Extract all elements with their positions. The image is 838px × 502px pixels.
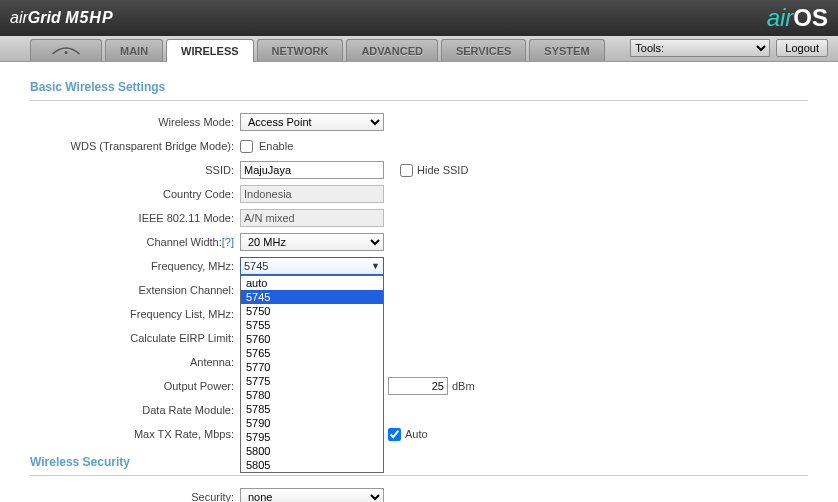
content-area: Basic Wireless Settings Wireless Mode: A… (0, 62, 838, 502)
max-tx-auto-checkbox[interactable] (388, 428, 401, 441)
label-security: Security: (30, 491, 240, 502)
label-wds: WDS (Transparent Bridge Mode): (30, 140, 240, 152)
tab-home-icon[interactable] (30, 39, 102, 61)
hide-ssid-label: Hide SSID (417, 164, 468, 176)
label-data-rate: Data Rate Module: (30, 404, 240, 416)
airos-logo: airOS (767, 4, 828, 32)
ssid-input[interactable] (240, 161, 384, 179)
logo-right-os: OS (793, 4, 828, 31)
tab-network[interactable]: NETWORK (257, 39, 344, 61)
security-select[interactable]: none (240, 488, 384, 502)
country-value: Indonesia (240, 185, 384, 203)
label-ieee: IEEE 802.11 Mode: (30, 212, 240, 224)
frequency-option[interactable]: 5795 (241, 430, 383, 444)
wds-enable-checkbox[interactable] (240, 140, 253, 153)
ieee-value: A/N mixed (240, 209, 384, 227)
frequency-option[interactable]: 5800 (241, 444, 383, 458)
chevron-down-icon: ▼ (371, 261, 380, 271)
tab-main[interactable]: MAIN (105, 39, 163, 61)
logo-right-air: air (767, 4, 794, 31)
label-channel-width: Channel Width:[?] (30, 236, 240, 248)
svg-point-0 (65, 51, 68, 54)
max-tx-auto-label: Auto (405, 428, 428, 440)
label-wireless-mode: Wireless Mode: (30, 116, 240, 128)
frequency-option[interactable]: 5780 (241, 388, 383, 402)
logout-button[interactable]: Logout (776, 39, 828, 57)
label-ext-channel: Extension Channel: (30, 284, 240, 296)
tab-services[interactable]: SERVICES (441, 39, 526, 61)
label-country: Country Code: (30, 188, 240, 200)
tab-system[interactable]: SYSTEM (529, 39, 604, 61)
app-header: airGrid M5HP airOS (0, 0, 838, 36)
dbm-label: dBm (452, 380, 475, 392)
frequency-option[interactable]: 5745 (241, 290, 383, 304)
frequency-option[interactable]: 5770 (241, 360, 383, 374)
frequency-option[interactable]: 5765 (241, 346, 383, 360)
frequency-option[interactable]: 5760 (241, 332, 383, 346)
frequency-select[interactable]: 5745 ▼ (240, 257, 384, 275)
tab-advanced[interactable]: ADVANCED (346, 39, 438, 61)
frequency-option[interactable]: 5805 (241, 458, 383, 472)
label-max-tx: Max TX Rate, Mbps: (30, 428, 240, 440)
label-output-power: Output Power: (30, 380, 240, 392)
label-antenna: Antenna: (30, 356, 240, 368)
frequency-option[interactable]: 5790 (241, 416, 383, 430)
section-basic-title: Basic Wireless Settings (30, 72, 808, 101)
tools-dropdown[interactable]: Tools: (630, 39, 770, 57)
logo-air-text: air (10, 9, 28, 26)
product-logo: airGrid M5HP (10, 9, 114, 27)
wds-enable-label: Enable (259, 140, 293, 152)
hide-ssid-checkbox[interactable] (400, 164, 413, 177)
frequency-option[interactable]: 5785 (241, 402, 383, 416)
frequency-dropdown[interactable]: auto574557505755576057655770577557805785… (240, 275, 384, 473)
nav-right-group: Tools: Logout (630, 39, 828, 57)
frequency-selected-value: 5745 (244, 260, 268, 272)
label-ssid: SSID: (30, 164, 240, 176)
frequency-option[interactable]: 5775 (241, 374, 383, 388)
logo-model-text: M5HP (65, 9, 113, 26)
tab-wireless[interactable]: WIRELESS (166, 39, 253, 62)
frequency-option[interactable]: auto (241, 276, 383, 290)
section-security-title: Wireless Security (30, 447, 808, 476)
nav-bar: MAIN WIRELESS NETWORK ADVANCED SERVICES … (0, 36, 838, 62)
label-freq-list: Frequency List, MHz: (30, 308, 240, 320)
output-power-input[interactable] (388, 377, 448, 395)
logo-grid-text: Grid (28, 9, 61, 26)
label-frequency: Frequency, MHz: (30, 260, 240, 272)
frequency-option[interactable]: 5750 (241, 304, 383, 318)
label-eirp: Calculate EIRP Limit: (30, 332, 240, 344)
frequency-option[interactable]: 5755 (241, 318, 383, 332)
channel-width-select[interactable]: 20 MHz (240, 233, 384, 251)
channel-width-help-link[interactable]: [?] (222, 236, 234, 248)
wireless-mode-select[interactable]: Access Point (240, 113, 384, 131)
